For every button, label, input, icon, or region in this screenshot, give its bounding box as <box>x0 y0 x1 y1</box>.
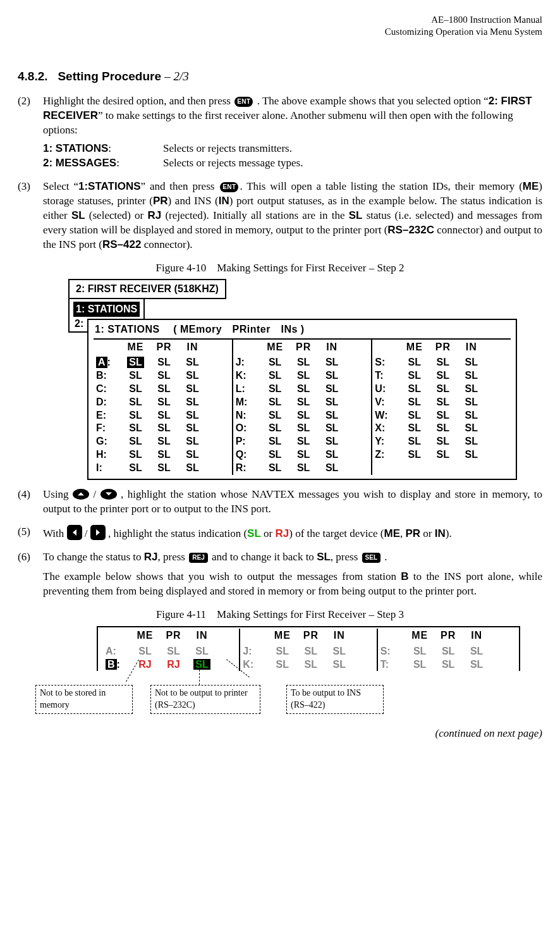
step-3-num: (3) <box>18 180 43 252</box>
ent-button-icon: ENT <box>220 182 238 192</box>
t: ” to make settings to the first receiver… <box>43 109 513 136</box>
t: or <box>261 527 276 539</box>
arrow-right-icon <box>90 525 106 540</box>
callout-not-printer: Not to be output to printer (RS–232C) <box>150 685 260 714</box>
t: connector). <box>141 238 192 250</box>
continued-note: (continued on next page) <box>18 727 542 741</box>
t: To change the status to <box>43 551 144 563</box>
t: . <box>384 551 387 563</box>
hdr-line1: AE–1800 Instruction Manual <box>18 14 542 26</box>
me-label: ME <box>523 180 539 192</box>
callout-lead-2 <box>199 660 200 685</box>
figure-4-10-caption: Figure 4-10 Making Settings for First Re… <box>18 261 542 276</box>
sl-label: SL <box>317 551 331 563</box>
t: ) of the target device ( <box>289 527 384 539</box>
figure411-col-1: MEPRINA:SLSLSLB:RJRJSL <box>103 629 239 671</box>
stations-col-2: MEPRINJ:SLSLSLK:SLSLSLL:SLSLSLM:SLSLSLN:… <box>232 340 372 475</box>
sl-label: SL <box>71 209 85 221</box>
t: ) and INS ( <box>168 195 219 207</box>
t: ” and then press <box>141 180 219 192</box>
t: : <box>116 157 119 169</box>
arrow-down-icon <box>100 489 117 500</box>
def-stations-v: Selects or rejects transmitters. <box>163 142 292 156</box>
t: . The above example shows that you selec… <box>257 95 489 107</box>
t: or <box>420 527 435 539</box>
rj-label: RJ <box>144 551 158 563</box>
sl-label: SL <box>349 209 363 221</box>
page-header: AE–1800 Instruction Manual Customizing O… <box>18 14 542 38</box>
t: The example below shows that you wish to… <box>43 570 401 582</box>
figure411-callouts: Not to be stored in memory Not to be out… <box>97 671 542 722</box>
stations-col-1: MEPRINA:SLSLSLB:SLSLSLC:SLSLSLD:SLSLSLE:… <box>94 340 232 475</box>
ent-button-icon: ENT <box>234 97 253 107</box>
section-name: Setting Procedure <box>58 70 161 83</box>
t: (rejected). Initially all stations are i… <box>161 209 348 221</box>
section-num: 4.8.2. <box>18 70 48 83</box>
pr-label: PR <box>153 195 168 207</box>
me-label: ME <box>384 527 400 539</box>
section-title: 4.8.2. Setting Procedure – 2/3 <box>18 68 542 85</box>
def-messages-t: 2: MESSAGES <box>43 157 116 169</box>
figure-4-11-caption: Figure 4-11 Making Settings for First Re… <box>18 608 542 622</box>
stations-table: 1: STATIONS ( MEmory PRinter INs ) MEPRI… <box>87 319 517 479</box>
opt-stations: 1:STATIONS <box>78 180 141 192</box>
t: / <box>85 527 90 539</box>
step-5-num: (5) <box>18 525 43 541</box>
arrow-left-icon <box>67 525 82 540</box>
sel-button-icon: SEL <box>362 553 380 563</box>
stations-col-3: MEPRINS:SLSLSLT:SLSLSLU:SLSLSLV:SLSLSLW:… <box>371 340 511 475</box>
rj-red-label: RJ <box>275 527 289 539</box>
rj-label: RJ <box>147 209 161 221</box>
in-label: IN <box>219 195 229 207</box>
t: , highlight the station whose NAVTEX mes… <box>43 488 542 515</box>
t: , press <box>158 551 188 563</box>
step-2-num: (2) <box>18 94 43 171</box>
step-3: (3) Select “1:STATIONS” and then press E… <box>18 180 542 252</box>
section-part: – 2/3 <box>164 70 189 83</box>
t: With <box>43 527 67 539</box>
hdr-line2: Customizing Operation via Menu System <box>18 26 542 38</box>
in-label: IN <box>435 527 446 539</box>
t: , press <box>331 551 361 563</box>
t: : <box>108 142 111 154</box>
t: (selected) or <box>85 209 148 221</box>
menu-level2-sel: 1: STATIONS <box>73 302 140 317</box>
t: . This will open a table listing the sta… <box>240 180 522 192</box>
menu-level1: 2: FIRST RECEIVER (518KHZ) <box>68 279 226 299</box>
figure411-col-2: MEPRINJ:SLSLSLK:SLSLSL <box>239 629 376 671</box>
callout-to-ins: To be output to INS (RS–422) <box>286 685 384 714</box>
t: Select “ <box>43 180 78 192</box>
t: / <box>93 488 100 500</box>
step-4-num: (4) <box>18 488 43 517</box>
t: , highlight the status indication ( <box>108 527 247 539</box>
sl-green-label: SL <box>247 527 261 539</box>
rs232-label: RS–232C <box>387 224 434 236</box>
pr-label: PR <box>405 527 420 539</box>
figure-4-10: 2: FIRST RECEIVER (518KHZ) 1: STATIONS 2… <box>68 279 542 479</box>
step-6-num: (6) <box>18 550 43 599</box>
t: and to change it back to <box>212 551 317 563</box>
t: Highlight the desired option, and then p… <box>43 95 233 107</box>
rej-button-icon: REJ <box>189 553 207 563</box>
rs422-label: RS–422 <box>102 238 141 250</box>
callout-not-stored: Not to be stored in memory <box>35 685 133 714</box>
station-b: B <box>401 570 408 582</box>
step-5: (5) With / , highlight the status indica… <box>18 525 542 541</box>
def-stations-t: 1: STATIONS <box>43 142 108 154</box>
t: ). <box>446 527 452 539</box>
step-2: (2) Highlight the desired option, and th… <box>18 94 542 171</box>
figure-4-11: MEPRINA:SLSLSLB:RJRJSL MEPRINJ:SLSLSLK:S… <box>97 626 542 722</box>
t: Using <box>43 488 73 500</box>
step-4: (4) Using / , highlight the station whos… <box>18 488 542 517</box>
figure411-col-3: MEPRINS:SLSLSLT:SLSLSL <box>377 629 514 671</box>
def-messages-v: Selects or rejects message types. <box>163 156 303 171</box>
arrow-up-icon <box>73 489 89 500</box>
step-6: (6) To change the status to RJ, press RE… <box>18 550 542 599</box>
stations-table-title: 1: STATIONS ( MEmory PRinter INs ) <box>94 321 511 340</box>
